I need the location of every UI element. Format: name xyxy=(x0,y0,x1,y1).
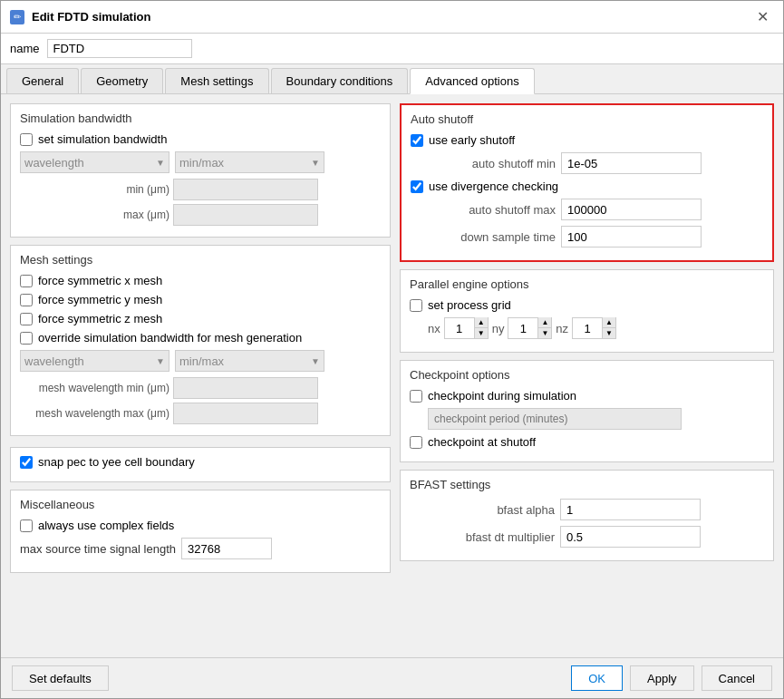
mesh-max-label: mesh wavelength max (μm) xyxy=(20,407,169,420)
bfast-section: BFAST settings bfast alpha bfast dt mult… xyxy=(400,470,774,561)
auto-shutoff-min-input[interactable] xyxy=(561,152,702,174)
nx-input[interactable] xyxy=(445,318,474,338)
window-title: Edit FDTD simulation xyxy=(32,10,150,24)
max-source-input[interactable] xyxy=(181,538,272,559)
close-button[interactable]: ✕ xyxy=(751,6,774,27)
mesh-sym-x-checkbox[interactable] xyxy=(20,275,33,287)
bfast-dt-input[interactable] xyxy=(560,526,701,548)
auto-shutoff-max-input[interactable] xyxy=(561,199,702,220)
mesh-settings-section: Mesh settings force symmetric x mesh for… xyxy=(10,245,391,436)
tab-mesh-settings[interactable]: Mesh settings xyxy=(165,68,268,93)
always-complex-checkbox[interactable] xyxy=(20,519,33,532)
mesh-dropdown1[interactable]: wavelength ▼ xyxy=(20,350,169,372)
always-complex-row: always use complex fields xyxy=(20,519,381,532)
bw-max-label: max (μm) xyxy=(20,209,169,221)
mesh-sym-x-row: force symmetric x mesh xyxy=(20,274,381,287)
nz-arrows: ▲ ▼ xyxy=(602,317,615,339)
nz-input[interactable] xyxy=(573,318,602,338)
ny-up-arrow[interactable]: ▲ xyxy=(537,317,551,328)
mesh-sym-z-checkbox[interactable] xyxy=(20,313,33,325)
mesh-override-checkbox[interactable] xyxy=(20,332,33,345)
tab-general[interactable]: General xyxy=(6,68,79,93)
tab-boundary-conditions[interactable]: Boundary conditions xyxy=(271,68,409,93)
tab-geometry[interactable]: Geometry xyxy=(81,68,163,93)
sim-bandwidth-title: Simulation bandwidth xyxy=(20,112,381,125)
mesh-sym-x-label: force symmetric x mesh xyxy=(38,274,162,287)
mesh-override-row: override simulation bandwidth for mesh g… xyxy=(20,331,381,345)
mesh-sym-z-row: force symmetric z mesh xyxy=(20,312,381,325)
mesh-sym-y-row: force symmetric y mesh xyxy=(20,293,381,306)
name-row: name xyxy=(1,34,783,64)
tab-advanced-options[interactable]: Advanced options xyxy=(410,68,534,94)
right-panel: Auto shutoff use early shutoff auto shut… xyxy=(400,103,774,648)
title-bar: ✏ Edit FDTD simulation ✕ xyxy=(1,1,783,34)
ny-spinbox: ▲ ▼ xyxy=(508,317,552,339)
mesh-sym-y-checkbox[interactable] xyxy=(20,294,33,306)
mesh-max-input[interactable] xyxy=(173,403,318,424)
nx-ny-nz-row: nx ▲ ▼ ny ▲ ▼ xyxy=(428,317,764,339)
set-defaults-button[interactable]: Set defaults xyxy=(12,665,109,691)
snap-checkbox[interactable] xyxy=(20,456,33,469)
max-source-row: max source time signal length xyxy=(20,538,381,559)
max-source-label: max source time signal length xyxy=(20,542,176,556)
checkpoint-during-sim-checkbox[interactable] xyxy=(410,390,422,403)
set-process-grid-label: set process grid xyxy=(428,298,511,312)
bw-max-input[interactable] xyxy=(173,204,318,226)
bw-dropdowns: wavelength ▼ min/max ▼ xyxy=(20,151,381,173)
ny-arrows: ▲ ▼ xyxy=(537,317,551,339)
nz-spinbox: ▲ ▼ xyxy=(572,317,616,339)
down-sample-input[interactable] xyxy=(561,226,702,248)
down-sample-row: down sample time xyxy=(429,226,763,248)
sim-bandwidth-section: Simulation bandwidth set simulation band… xyxy=(10,103,391,238)
ny-label: ny xyxy=(492,322,505,335)
bfast-dt-row: bfast dt multiplier xyxy=(428,526,764,548)
checkpoint-at-shutoff-label: checkpoint at shutoff xyxy=(428,435,536,449)
early-shutoff-checkbox[interactable] xyxy=(411,134,423,147)
ok-button[interactable]: OK xyxy=(571,665,623,691)
bottom-bar: Set defaults OK Apply Cancel xyxy=(1,657,783,698)
checkpoint-section: Checkpoint options checkpoint during sim… xyxy=(400,360,774,462)
mesh-max-row: mesh wavelength max (μm) xyxy=(20,403,381,424)
set-process-grid-checkbox[interactable] xyxy=(410,299,422,312)
set-process-grid-row: set process grid xyxy=(410,298,764,312)
misc-title: Miscellaneous xyxy=(20,498,381,511)
mesh-dropdowns: wavelength ▼ min/max ▼ xyxy=(20,350,381,372)
bfast-alpha-input[interactable] xyxy=(560,499,701,520)
nx-arrows: ▲ ▼ xyxy=(474,317,488,339)
parallel-engine-title: Parallel engine options xyxy=(410,277,764,291)
nx-label: nx xyxy=(428,322,440,335)
nx-up-arrow[interactable]: ▲ xyxy=(474,317,488,328)
set-bw-row: set simulation bandwidth xyxy=(20,132,381,146)
checkpoint-period-row xyxy=(428,408,764,430)
bfast-dt-label: bfast dt multiplier xyxy=(428,530,555,544)
nx-down-arrow[interactable]: ▼ xyxy=(474,328,488,338)
set-bw-checkbox[interactable] xyxy=(20,133,33,146)
mesh-min-row: mesh wavelength min (μm) xyxy=(20,377,381,399)
snap-row: snap pec to yee cell boundary xyxy=(20,455,381,469)
checkpoint-period-input[interactable] xyxy=(428,408,682,430)
parallel-engine-section: Parallel engine options set process grid… xyxy=(400,269,774,353)
ny-down-arrow[interactable]: ▼ xyxy=(537,328,551,338)
bw-dropdown2[interactable]: min/max ▼ xyxy=(175,151,324,173)
nx-spinbox: ▲ ▼ xyxy=(444,317,489,339)
apply-button[interactable]: Apply xyxy=(630,665,694,691)
mesh-dropdown2[interactable]: min/max ▼ xyxy=(175,350,324,372)
mesh-min-input[interactable] xyxy=(173,377,318,399)
nz-label: nz xyxy=(556,322,568,335)
ny-input[interactable] xyxy=(508,318,537,338)
bfast-title: BFAST settings xyxy=(410,478,764,491)
cancel-button[interactable]: Cancel xyxy=(702,665,772,691)
checkpoint-at-shutoff-row: checkpoint at shutoff xyxy=(410,435,764,449)
divergence-checkbox[interactable] xyxy=(411,180,423,193)
nz-up-arrow[interactable]: ▲ xyxy=(602,317,615,328)
name-input[interactable] xyxy=(47,39,192,58)
mesh-settings-title: Mesh settings xyxy=(20,253,381,267)
bw-min-input[interactable] xyxy=(173,179,318,200)
bw-dropdown1[interactable]: wavelength ▼ xyxy=(20,151,169,173)
name-label: name xyxy=(10,42,40,55)
mesh-sym-z-label: force symmetric z mesh xyxy=(38,312,162,325)
auto-shutoff-section: Auto shutoff use early shutoff auto shut… xyxy=(400,103,774,262)
tabs: General Geometry Mesh settings Boundary … xyxy=(1,64,783,94)
checkpoint-at-shutoff-checkbox[interactable] xyxy=(410,436,422,449)
nz-down-arrow[interactable]: ▼ xyxy=(602,328,615,338)
